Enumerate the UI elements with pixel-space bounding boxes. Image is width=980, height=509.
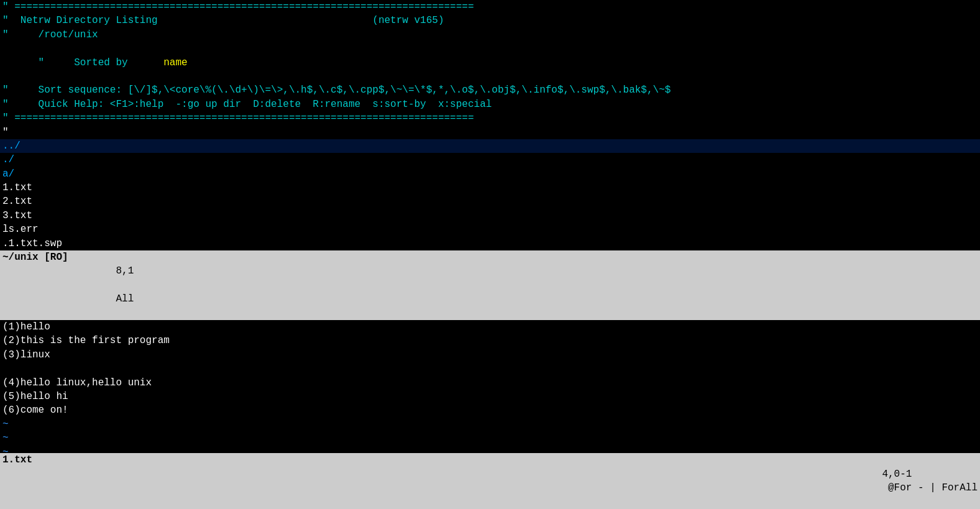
netrw-item-lserr[interactable]: ls.err: [0, 222, 980, 236]
netrw-quickhelp-line: " Quick Help: <F1>:help -:go up dir D:de…: [0, 98, 980, 111]
lower-line-2: (2)this is the first program: [0, 334, 980, 347]
netrw-status-right: 8,1: [68, 250, 980, 320]
netrw-item-a[interactable]: a/: [0, 167, 980, 181]
netrw-item-3txt[interactable]: 3.txt: [0, 209, 980, 222]
netrw-pane: " ======================================…: [0, 0, 980, 320]
separator-top: " ======================================…: [0, 0, 980, 14]
sorted-value: name: [163, 57, 187, 68]
netrw-sort-seq-line: " Sort sequence: [\/]$,\<core\%(\.\d+\)\…: [0, 83, 980, 97]
netrw-item-swp[interactable]: .1.txt.swp: [0, 237, 980, 250]
sorted-spacer: [128, 57, 164, 68]
lower-status-bar: 1.txt 4,0-1 @For - | ForAll: [0, 453, 980, 509]
lower-line-1: (1)hello: [0, 320, 980, 334]
netrw-sorted-line: " Sorted by name: [0, 42, 980, 83]
blank-line: ": [0, 126, 980, 139]
lower-line-3: (3)linux: [0, 348, 980, 362]
netrw-status-view: All: [116, 293, 134, 305]
netrw-status-left: ~/unix [RO]: [2, 250, 68, 320]
lower-line-4-empty: [0, 362, 980, 375]
lower-line-5: (4)hello linux,hello unix: [0, 376, 980, 390]
netrw-title-line: " Netrw Directory Listing (netrw v165): [0, 14, 980, 27]
lower-status-position: 4,0-1: [882, 469, 912, 480]
lower-line-6: (5)hello hi: [0, 390, 980, 403]
netrw-status-bar: ~/unix [RO] 8,1: [0, 250, 980, 320]
lower-tilde-1: ~: [0, 418, 980, 431]
lower-status-right: 4,0-1 @For - | ForAll: [846, 453, 978, 509]
netrw-path-line: " /root/unix: [0, 28, 980, 42]
lower-line-7: (6)come on!: [0, 403, 980, 417]
lower-tilde-2: ~: [0, 431, 980, 445]
netrw-item-2txt[interactable]: 2.txt: [0, 195, 980, 208]
sorted-label: " Sorted by: [39, 57, 128, 68]
lower-status-info: @For - | ForAll: [882, 482, 978, 493]
netrw-status-position: 8,1: [116, 265, 134, 277]
separator-bottom: " ======================================…: [0, 111, 980, 125]
terminal: " ======================================…: [0, 0, 980, 509]
netrw-status-spacer: [116, 280, 980, 291]
netrw-item-dotdot[interactable]: ../: [0, 139, 980, 153]
netrw-item-dot[interactable]: ./: [0, 153, 980, 167]
netrw-item-1txt[interactable]: 1.txt: [0, 181, 980, 195]
lower-status-left: 1.txt: [2, 453, 32, 509]
